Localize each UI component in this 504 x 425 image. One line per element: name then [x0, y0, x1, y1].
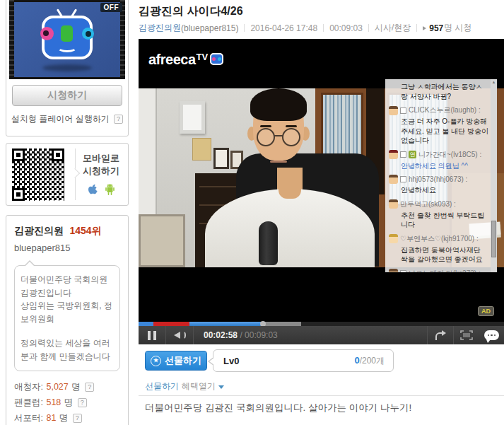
chat-overlay: 그냥 ㅅ학과에서는 동양ㅅ랑 서양사 바뀜? CLICK스누르(laughb) … [385, 79, 497, 272]
stat-favorites: 애청자: 5,027 명 ? [14, 381, 120, 393]
speaker-icon [174, 332, 180, 339]
chat-bubble-icon [484, 330, 499, 340]
volume-button[interactable] [166, 326, 193, 344]
bio-line: 상임위는 국방위원회, 정보위원회 [20, 299, 114, 325]
fullscreen-button[interactable] [454, 326, 479, 344]
chat-avatar [389, 269, 398, 272]
gift-benefit-link[interactable]: 선물하기혜택열기 [145, 380, 224, 392]
broadcast-duration: 00:09:03 [329, 23, 363, 33]
help-icon[interactable]: ? [85, 383, 94, 392]
afreecatv-logo: afreecaTV [148, 52, 223, 68]
help-icon[interactable]: ? [73, 414, 82, 423]
help-icon[interactable]: ? [78, 398, 87, 407]
chat-checkbox[interactable] [400, 176, 406, 182]
gift-count: 0/200개 [354, 355, 385, 367]
chat-avatar [389, 234, 398, 243]
pause-button[interactable] [139, 326, 165, 344]
chat-message: CLICK스누르(laughb) : 조금 더 자주 O-플카 방송해주세요. … [389, 105, 489, 146]
broadcaster-name: 김광진의원 [14, 225, 64, 236]
afreeca-mascot-icon [42, 16, 93, 59]
chat-message: 그냥 ㅅ학과에서는 동양ㅅ랑 서양사 바뀜? [389, 82, 489, 101]
chat-toggle-button[interactable] [479, 326, 504, 344]
chat-message: 만두먹고(sk093) : 추천 즐찾 한번씩 부탁드립니다 [389, 199, 489, 230]
chat-message: hhj0573(hhj0673) : 안녕하세요 [389, 175, 489, 195]
chat-message: 날으는돼지 다(kc273) : 언제나 응원합니다 [389, 269, 489, 273]
chat-checkbox[interactable] [400, 151, 406, 158]
bio-line: 정의력있는 세상을 여러분과 함께 만들겠습니다 [20, 337, 114, 363]
popout-arrow-icon [434, 330, 447, 341]
broadcaster-bio-bubble: 더불어민주당 국회의원 김광진입니다 상임위는 국방위원회, 정보위원회 정의력… [14, 265, 120, 371]
chat-avatar [389, 150, 398, 159]
mobile-watch-box: 모바일로 시청하기 [6, 143, 129, 206]
scroll-up-icon[interactable]: ▲ [491, 80, 496, 84]
broadcast-title: 김광진의 사이다4/26 [139, 4, 243, 19]
help-icon[interactable]: ? [114, 115, 123, 124]
chat-message: 연니가간대~(lv18C5) : 안녕하세요 의원님 ^^ [389, 150, 489, 171]
thumbnail-background [14, 2, 120, 77]
android-icon [104, 183, 116, 196]
microphone [259, 221, 278, 265]
divider [139, 395, 504, 396]
chat-message: ♡부엔부스♡(kjh91700) : 집권하면 동북아역사재단 싹을 갈아했으면… [389, 234, 489, 264]
popout-button[interactable] [428, 326, 453, 344]
broadcast-meta: 김광진의원 (bluepaper815) 2016-04-26 17:48 00… [139, 22, 472, 34]
gift-level-box: Lv0 0/200개 [213, 349, 394, 372]
video-player[interactable]: afreecaTV [139, 39, 504, 344]
star-icon: ★ [151, 356, 161, 366]
off-badge: OFF [100, 3, 123, 12]
fan-badge: 연 [409, 151, 416, 158]
stat-supporters: 서포터: 81 명 ? [14, 412, 120, 424]
installer-player-link[interactable]: 설치형 플레이어 실행하기 [11, 114, 110, 124]
broadcast-category: 시사/현장 [375, 22, 411, 34]
watch-button[interactable]: 시청하기 [12, 85, 122, 106]
chevron-down-icon [218, 385, 224, 389]
broadcast-thumbnail[interactable]: OFF [9, 0, 125, 79]
afreecatv-vod-page: OFF 시청하기 설치형 플레이어 실행하기 ? 모바일로 시청하기 [0, 0, 504, 425]
broadcast-date: 2016-04-26 17:48 [250, 23, 317, 33]
fullscreen-icon [460, 330, 473, 340]
bio-line: 더불어민주당 국회의원 김광진입니다 [20, 273, 114, 299]
stat-fanclub: 팬클럽: 518 명 ? [14, 397, 120, 409]
chat-avatar [389, 175, 398, 184]
mobile-label-line2: 시청하기 [77, 165, 125, 177]
ad-badge: AD [478, 306, 494, 316]
broadcaster-user-id: bluepaper815 [14, 243, 120, 253]
qr-code [12, 149, 64, 201]
broadcaster-id-text: (bluepaper815) [181, 23, 238, 33]
player-controls: 00:02:58 / 00:09:03 [139, 326, 504, 344]
apple-icon [87, 183, 98, 196]
chat-avatar [389, 199, 398, 209]
chat-checkbox[interactable] [400, 270, 406, 272]
broadcaster-stats: 애청자: 5,027 명 ? 팬클럽: 518 명 ? 서포터: 81 명 ? [14, 381, 120, 425]
viewer-count-icon [423, 26, 426, 30]
mobile-label-line1: 모바일로 [77, 152, 125, 165]
broadcaster-link[interactable]: 김광진의원 [139, 22, 181, 34]
chat-scrollbar[interactable]: ▲ [491, 79, 497, 272]
chat-checkbox[interactable] [400, 107, 406, 114]
chat-avatar [389, 106, 398, 115]
sound-wave-icon [181, 331, 186, 339]
broadcast-preview-box: OFF 시청하기 설치형 플레이어 실행하기 ? [6, 0, 129, 136]
playback-time: 00:02:58 / 00:09:03 [204, 330, 278, 340]
gift-level: Lv0 [223, 356, 239, 366]
viewer-count-suffix: 명 시청 [444, 22, 471, 34]
broadcaster-profile-box: 김광진의원 1454위 bluepaper815 더불어민주당 국회의원 김광진… [6, 215, 129, 425]
afreeca-mascot-mini-icon [210, 53, 223, 65]
scrollbar-thumb[interactable] [491, 221, 496, 257]
viewer-count: 957 [429, 23, 443, 33]
gift-button[interactable]: ★ 선물하기 [145, 351, 207, 371]
broadcast-description: 더불어민주당 김광진 국회의원입니다. 살아가는 이야기 나누기! [145, 402, 411, 414]
broadcaster-rank-badge: 1454위 [69, 225, 101, 236]
